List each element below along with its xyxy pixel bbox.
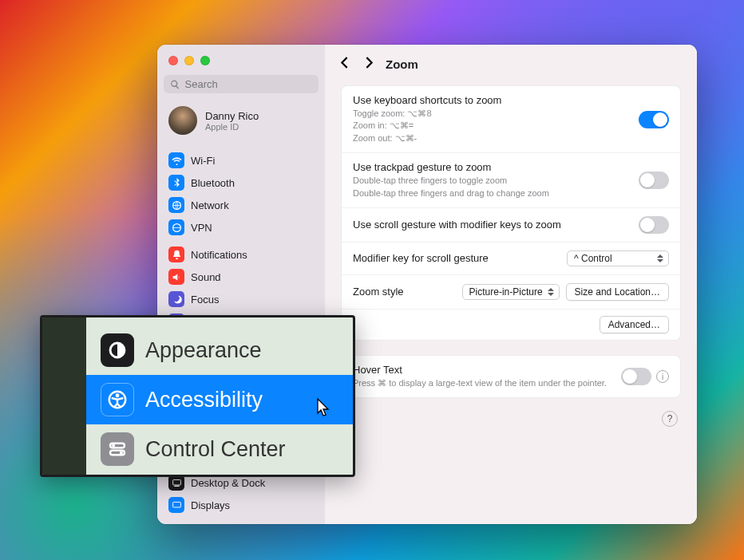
- keyboard-zoom-toggle[interactable]: [639, 111, 669, 128]
- sidebar-section-network: Wi-Fi Bluetooth Network VPN: [164, 149, 319, 239]
- network-icon: [168, 197, 184, 213]
- minimize-window-button[interactable]: [184, 56, 194, 65]
- cursor-icon: [316, 397, 332, 421]
- sidebar-item-sound[interactable]: Sound: [164, 266, 319, 288]
- desktop-dock-icon: [168, 475, 184, 491]
- zoom-settings-panel: Use keyboard shortcuts to zoom Toggle zo…: [341, 85, 681, 341]
- vpn-icon: [168, 219, 184, 235]
- row-title: Modifier key for scroll gesture: [353, 252, 489, 264]
- zoom-style-select[interactable]: Picture-in-Picture: [462, 284, 560, 300]
- sidebar-item-wifi[interactable]: Wi-Fi: [164, 149, 319, 172]
- profile-name: Danny Rico: [205, 110, 259, 122]
- sidebar-item-label: Focus: [191, 294, 219, 306]
- sidebar-item-notifications[interactable]: Notifications: [164, 243, 319, 266]
- appearance-icon: [101, 333, 134, 367]
- zoom-pip-window[interactable]: Appearance Accessibility Control Center: [40, 315, 355, 477]
- close-window-button[interactable]: [168, 56, 178, 65]
- wifi-icon: [168, 152, 184, 168]
- zoom-item-label: Appearance: [145, 338, 262, 363]
- row-title: Use trackpad gesture to zoom: [353, 161, 549, 173]
- zoom-style-row: Zoom style Picture-in-Picture Size and L…: [342, 275, 680, 310]
- row-desc: Press ⌘ to display a large-text view of …: [353, 377, 607, 389]
- profile-subtitle: Apple ID: [205, 122, 259, 132]
- sidebar-item-label: Bluetooth: [191, 177, 235, 189]
- hover-text-panel: Hover Text Press ⌘ to display a large-te…: [341, 355, 681, 398]
- svg-rect-13: [172, 479, 180, 485]
- sidebar-item-label: Displays: [191, 499, 230, 511]
- sidebar-item-network[interactable]: Network: [164, 194, 319, 216]
- bluetooth-icon: [168, 175, 184, 191]
- avatar: [168, 106, 197, 135]
- svg-point-18: [116, 393, 120, 397]
- row-desc: Double-tap three fingers to toggle zoom …: [353, 175, 549, 199]
- main-header: Zoom: [325, 45, 697, 81]
- sidebar-item-label: Desktop & Dock: [191, 477, 265, 489]
- search-input[interactable]: [185, 78, 312, 90]
- trackpad-gesture-row: Use trackpad gesture to zoom Double-tap …: [342, 153, 680, 208]
- zoom-pip-content: Appearance Accessibility Control Center: [86, 317, 353, 475]
- chevron-updown-icon: [548, 288, 554, 296]
- accessibility-icon: [101, 383, 134, 416]
- window-controls: [164, 54, 319, 75]
- zoom-item-label: Control Center: [145, 437, 286, 462]
- main-content: Zoom Use keyboard shortcuts to zoom Togg…: [325, 45, 697, 524]
- zoom-pip-edge: [42, 317, 86, 475]
- scroll-zoom-toggle[interactable]: [639, 216, 669, 234]
- notifications-icon: [168, 246, 184, 262]
- zoom-item-control-center: Control Center: [86, 424, 353, 474]
- fullscreen-window-button[interactable]: [200, 56, 210, 65]
- forward-button[interactable]: [364, 56, 374, 73]
- help-button[interactable]: ?: [662, 411, 678, 427]
- trackpad-zoom-toggle[interactable]: [639, 172, 669, 189]
- back-button[interactable]: [339, 56, 350, 73]
- svg-rect-15: [172, 502, 180, 507]
- zoom-item-appearance: Appearance: [86, 325, 353, 375]
- control-center-icon: [101, 432, 134, 466]
- svg-rect-14: [174, 485, 180, 486]
- modifier-key-select[interactable]: ^ Control: [567, 250, 669, 266]
- sidebar-item-label: Notifications: [191, 249, 247, 261]
- row-title: Use scroll gesture with modifier keys to…: [353, 219, 561, 231]
- sidebar-item-label: Sound: [191, 271, 221, 283]
- hover-text-toggle[interactable]: [621, 368, 651, 385]
- keyboard-shortcuts-row: Use keyboard shortcuts to zoom Toggle zo…: [342, 86, 680, 153]
- svg-point-20: [112, 444, 115, 448]
- chevron-updown-icon: [657, 254, 663, 262]
- size-location-button[interactable]: Size and Location…: [566, 283, 669, 301]
- search-field[interactable]: [164, 75, 319, 93]
- info-icon[interactable]: i: [656, 370, 669, 383]
- sidebar-item-bluetooth[interactable]: Bluetooth: [164, 172, 319, 194]
- svg-point-22: [120, 451, 123, 454]
- zoom-item-accessibility: Accessibility: [86, 375, 353, 424]
- help-row: ?: [325, 408, 697, 430]
- sidebar-item-vpn[interactable]: VPN: [164, 216, 319, 239]
- focus-icon: [168, 291, 184, 307]
- zoom-item-label: Accessibility: [145, 388, 263, 412]
- modifier-key-row: Modifier key for scroll gesture ^ Contro…: [342, 243, 680, 275]
- page-title: Zoom: [386, 57, 418, 71]
- apple-id-profile[interactable]: Danny Rico Apple ID: [164, 101, 319, 144]
- scroll-gesture-row: Use scroll gesture with modifier keys to…: [342, 208, 680, 243]
- advanced-row: Advanced…: [342, 310, 680, 340]
- row-title: Zoom style: [353, 286, 404, 298]
- sidebar-item-label: Network: [191, 199, 229, 211]
- sidebar-item-label: Wi-Fi: [191, 155, 215, 167]
- sound-icon: [168, 269, 184, 285]
- row-desc: Toggle zoom: ⌥⌘8 Zoom in: ⌥⌘= Zoom out: …: [353, 108, 501, 144]
- advanced-button[interactable]: Advanced…: [600, 316, 669, 333]
- row-title: Hover Text: [353, 364, 607, 376]
- sidebar-item-label: VPN: [191, 222, 212, 234]
- search-icon: [170, 79, 180, 90]
- row-title: Use keyboard shortcuts to zoom: [353, 94, 501, 106]
- sidebar-item-displays[interactable]: Displays: [164, 494, 319, 516]
- hover-text-row: Hover Text Press ⌘ to display a large-te…: [342, 356, 680, 397]
- sidebar-item-focus[interactable]: Focus: [164, 288, 319, 310]
- displays-icon: [168, 497, 184, 513]
